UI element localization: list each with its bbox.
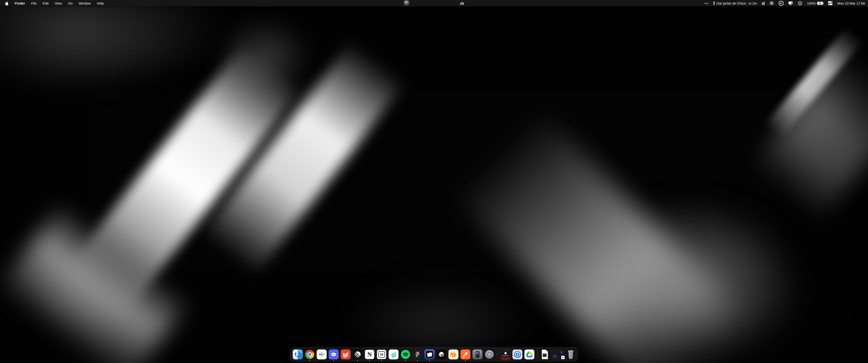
dock-item-linear[interactable] <box>352 350 363 359</box>
display-status-icon[interactable] <box>788 1 793 5</box>
reminder-text: Dar jantar do Chico · in 2m <box>717 1 757 5</box>
linear-logo-icon <box>354 351 362 358</box>
calendar-badge-icon: 11 <box>561 356 565 359</box>
window-thumbnail: 11 <box>551 350 564 359</box>
reminder-bar-icon <box>714 1 715 5</box>
running-indicator-dot <box>369 360 370 361</box>
capture-status-icon[interactable] <box>779 1 783 6</box>
postman-logo-icon <box>462 351 469 358</box>
dock-item-app-black-cube[interactable] <box>436 350 446 359</box>
control-center-icon[interactable] <box>828 1 833 5</box>
dock: N 10 g <box>290 347 578 362</box>
discord-logo-icon <box>330 351 337 358</box>
running-indicator-dot <box>381 360 382 361</box>
notion-letter: N <box>367 352 372 358</box>
menu-item-finder[interactable]: Finder <box>15 1 25 5</box>
running-indicator-dot <box>357 360 358 361</box>
dock-item-minimized-window[interactable]: 11 <box>551 350 564 359</box>
menu-item-view[interactable]: View <box>55 1 62 5</box>
dock-item-document-file[interactable] <box>540 350 549 359</box>
desktop-screen: Finder File Edit View Go Window Help •••… <box>0 0 868 363</box>
document-icon <box>541 350 549 359</box>
dock-item-finder[interactable] <box>293 350 303 359</box>
dock-item-notion-calendar[interactable]: 10 <box>377 350 386 359</box>
running-indicator-dot <box>333 360 334 361</box>
grammarly-letter: g <box>391 352 395 357</box>
menu-item-help[interactable]: Help <box>97 1 104 5</box>
reminder-status-item[interactable]: Dar jantar do Chico · in 2m <box>714 1 757 5</box>
spotify-logo-icon <box>401 350 410 359</box>
running-indicator-dot <box>465 360 466 361</box>
dock-item-system-settings[interactable] <box>485 350 494 359</box>
figma-logo-icon <box>416 352 419 357</box>
raycast-diamond-icon <box>504 352 507 355</box>
trash-icon <box>567 350 575 359</box>
onepassword-logo-icon <box>514 351 521 358</box>
dock-item-trash[interactable] <box>566 350 575 359</box>
cube-logo-icon <box>438 351 445 358</box>
menu-bar: Finder File Edit View Go Window Help •••… <box>0 0 868 6</box>
chrome-logo-icon <box>305 350 314 359</box>
dock-item-notion[interactable]: N <box>365 350 375 359</box>
raycast-label: raycast <box>502 355 508 357</box>
menu-item-file[interactable]: File <box>31 1 37 5</box>
dock-item-postman[interactable] <box>460 350 470 359</box>
dock-item-mammoth[interactable] <box>448 350 458 359</box>
running-indicator-dot <box>429 360 430 361</box>
battery-icon <box>817 2 823 5</box>
slack-logo-icon <box>319 352 324 357</box>
running-indicator-dot <box>405 360 406 361</box>
menu-item-go[interactable]: Go <box>68 1 72 5</box>
dock-item-raycast[interactable]: raycast <box>500 350 510 359</box>
running-indicator-dot <box>309 360 310 361</box>
apple-menu-icon[interactable] <box>5 1 8 5</box>
dock-item-grammarly[interactable]: g <box>389 350 399 359</box>
running-indicator-dot <box>417 360 418 361</box>
onepassword-status-icon[interactable] <box>798 1 802 5</box>
dock-item-spotify[interactable] <box>401 350 410 359</box>
battery-percent: 100% <box>807 1 815 5</box>
menubar-overflow-button[interactable]: ••• <box>704 2 709 5</box>
battery-indicator[interactable]: 100% <box>807 1 823 5</box>
menu-bar-clock[interactable]: Mon 10 Mar 17:58 <box>837 1 865 5</box>
grammarly-status-icon[interactable]: g <box>762 1 765 5</box>
now-playing-equalizer-icon[interactable] <box>460 2 464 5</box>
menu-item-edit[interactable]: Edit <box>43 1 49 5</box>
dock-item-app-blue-cards[interactable] <box>425 350 434 359</box>
mammoth-logo-icon <box>450 351 457 358</box>
dock-item-slack[interactable] <box>317 350 327 359</box>
desktop-wallpaper <box>0 0 868 363</box>
dock-item-1password[interactable] <box>513 350 522 359</box>
iphone-icon <box>475 351 479 358</box>
notion-calendar-number: 10 <box>378 351 385 358</box>
menu-item-window[interactable]: Window <box>79 1 91 5</box>
gear-icon <box>485 350 494 359</box>
dock-item-discord[interactable] <box>329 350 339 359</box>
dock-item-chrome[interactable] <box>305 350 315 359</box>
dock-item-iphone-mirroring[interactable] <box>472 350 483 359</box>
google-drive-logo-icon <box>525 351 533 358</box>
dock-item-google-drive[interactable] <box>524 350 534 359</box>
dock-divider <box>497 350 498 359</box>
now-playing-album-art[interactable] <box>404 0 409 6</box>
todoist-logo-icon <box>342 351 349 358</box>
sparkle-status-icon[interactable] <box>770 1 774 5</box>
dock-item-figma[interactable] <box>412 350 423 359</box>
dock-item-todoist[interactable] <box>341 350 350 359</box>
